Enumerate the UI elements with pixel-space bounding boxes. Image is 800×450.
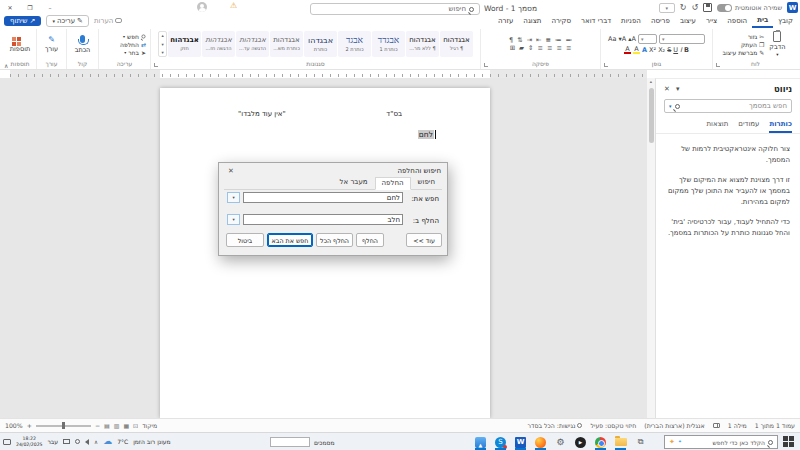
zoom-in-button[interactable]: + — [27, 422, 32, 429]
numbering-button[interactable]: ≕ — [555, 37, 562, 44]
chrome-app-icon[interactable] — [594, 436, 607, 449]
proofing-icon[interactable] — [713, 423, 720, 428]
undo-icon[interactable]: ↺ — [691, 3, 698, 12]
media-player-app-icon[interactable]: ▶ — [574, 436, 587, 449]
clock[interactable]: 18:22 24/02/2025 — [16, 436, 42, 447]
tab-help[interactable]: עזרה — [493, 14, 518, 28]
save-icon[interactable] — [703, 3, 712, 12]
photos-app-icon[interactable]: ▲ — [474, 436, 487, 449]
style-intense-emphasis[interactable]: אבגדהותהדגשה חז... — [202, 31, 235, 57]
zoom-slider[interactable] — [36, 425, 91, 427]
copy-button[interactable]: ❐העתק — [723, 41, 765, 48]
dialog-tab-replace[interactable]: החלפה — [375, 177, 411, 190]
battery-tray-icon[interactable] — [75, 439, 80, 444]
shading-button[interactable]: ▰ — [519, 45, 524, 52]
notification-center-icon[interactable] — [3, 439, 11, 445]
weather-description[interactable]: מעונן רוב הזמן — [133, 438, 171, 445]
tab-design[interactable]: עיצוב — [675, 14, 701, 28]
find-dropdown-icon[interactable]: ▾ — [227, 192, 240, 203]
nav-tab-headings[interactable]: כותרות — [769, 120, 792, 133]
bullets-button[interactable]: ≔ — [565, 37, 572, 44]
style-title[interactable]: אבגדהוכותרת — [304, 31, 337, 57]
tab-insert[interactable]: הוספה — [722, 14, 752, 28]
dialog-launcher-icon[interactable] — [484, 63, 488, 67]
accessibility-status[interactable]: נגישות: הכל בסדר — [528, 422, 583, 429]
sync-warning-icon[interactable]: ⚠ — [230, 1, 237, 10]
find-next-button[interactable]: חפש את הבא — [267, 233, 313, 247]
subscript-button[interactable]: X₂ — [658, 47, 665, 54]
replace-button[interactable]: ⇄החלפה — [120, 41, 146, 48]
style-strong[interactable]: אבגדהוחחזק — [168, 31, 201, 57]
skype-app-icon[interactable]: S — [494, 436, 507, 449]
gallery-scroll-down-icon[interactable]: ▾ — [161, 42, 163, 47]
align-left-button[interactable]: ≡ — [547, 45, 552, 52]
underline-button[interactable]: U — [673, 47, 678, 54]
display-tray-icon[interactable] — [63, 439, 70, 444]
toolbar-input[interactable] — [270, 437, 310, 447]
change-case-button[interactable]: Aa — [608, 36, 616, 43]
font-name-combo[interactable]: ▾ — [659, 34, 705, 44]
navigation-search-box[interactable]: חפש במסמך ▾ — [664, 99, 792, 113]
more-button[interactable]: עוד >> — [406, 233, 442, 247]
sort-button[interactable]: ⇅ — [517, 37, 522, 44]
style-heading1[interactable]: אבגדדכותרת 1 — [372, 31, 405, 57]
title-search-box[interactable]: חיפוש — [310, 3, 480, 15]
decrease-indent-button[interactable]: ⇤ — [536, 37, 541, 44]
weather-cloud-icon[interactable]: ☁ — [103, 437, 112, 446]
restore-window-icon[interactable]: ❐ — [20, 0, 40, 14]
settings-app-icon[interactable]: ⚙ — [554, 436, 567, 449]
gallery-scroll-up-icon[interactable]: ▴ — [161, 33, 163, 38]
increase-indent-button[interactable]: ⇥ — [527, 37, 532, 44]
dialog-launcher-icon[interactable] — [716, 63, 720, 67]
find-button[interactable]: חפש▾ — [123, 33, 146, 40]
cancel-button[interactable]: ביטול — [226, 233, 264, 247]
select-button[interactable]: ➤בחר▾ — [124, 49, 146, 56]
line-spacing-button[interactable]: ⇕ — [528, 45, 533, 52]
word-count[interactable]: מילה 1 — [728, 422, 747, 429]
paste-button[interactable]: הדבק ▾ — [766, 31, 788, 57]
comments-button[interactable]: הערות — [94, 17, 122, 25]
dialog-tab-goto[interactable]: מעבר אל — [333, 176, 375, 189]
tab-references[interactable]: הפניות — [616, 14, 646, 28]
scrollbar-thumb[interactable] — [649, 88, 654, 143]
format-painter-button[interactable]: ✎מברשת עיצוב — [723, 49, 765, 56]
print-layout-icon[interactable]: ▥ — [114, 422, 120, 429]
tab-layout[interactable]: פריסה — [646, 14, 675, 28]
text-predictions[interactable]: חיזוי טקסט: פעיל — [590, 422, 636, 429]
text-effects-button[interactable]: A — [642, 47, 647, 54]
web-layout-icon[interactable]: ▦ — [123, 422, 129, 429]
replace-with-input[interactable]: חלב — [243, 214, 403, 225]
replace-button[interactable]: החלף — [356, 233, 384, 247]
editor-button[interactable]: ✎עורך — [42, 36, 61, 53]
highlight-color-button[interactable]: A — [633, 46, 640, 55]
multilevel-list-button[interactable]: ≣ — [546, 37, 551, 44]
cut-button[interactable]: ✂גזור — [723, 33, 765, 40]
close-window-icon[interactable]: ✕ — [0, 0, 20, 14]
align-right-button[interactable]: ≡ — [566, 45, 571, 52]
justify-button[interactable]: ≡ — [538, 45, 543, 52]
redo-icon[interactable]: ↻ — [680, 3, 687, 12]
autosave-toggle[interactable] — [717, 4, 732, 12]
horizontal-ruler[interactable] — [10, 70, 647, 78]
firefox-app-icon[interactable] — [534, 436, 547, 449]
nav-tab-pages[interactable]: עמודים — [738, 120, 759, 133]
strikethrough-button[interactable]: S — [667, 47, 671, 54]
hidden-icons-chevron[interactable]: ∧ — [94, 439, 98, 445]
autosave-control[interactable]: שמירה אוטומטית — [717, 4, 782, 12]
italic-button[interactable]: I — [680, 47, 682, 54]
tab-review[interactable]: סקירה — [546, 14, 576, 28]
style-heading2[interactable]: אבגדכותרת 2 — [338, 31, 371, 57]
style-no-spacing[interactable]: אבגדהוח¶ ללא מר... — [406, 31, 439, 57]
styles-gallery-scroll[interactable]: ▴ ▾ ▾ — [158, 31, 167, 57]
superscript-button[interactable]: X² — [649, 47, 656, 54]
borders-button[interactable]: ⊞ — [510, 45, 515, 52]
tab-file[interactable]: קובץ — [773, 14, 798, 28]
style-subtle-emphasis[interactable]: אבגדהותהדגשה עד... — [236, 31, 269, 57]
tab-draw[interactable]: צייר — [701, 14, 722, 28]
tab-view[interactable]: תצוגה — [518, 14, 546, 28]
language-indicator[interactable]: אנגלית (ארצות הברית) — [644, 422, 705, 429]
bold-button[interactable]: B — [684, 47, 689, 54]
tab-mailings[interactable]: דברי דואר — [576, 14, 616, 28]
find-what-input[interactable]: לחם — [243, 192, 403, 203]
taskbar-search-box[interactable]: הקלד כאן כדי לחפש ✦ ✦ — [664, 435, 778, 449]
